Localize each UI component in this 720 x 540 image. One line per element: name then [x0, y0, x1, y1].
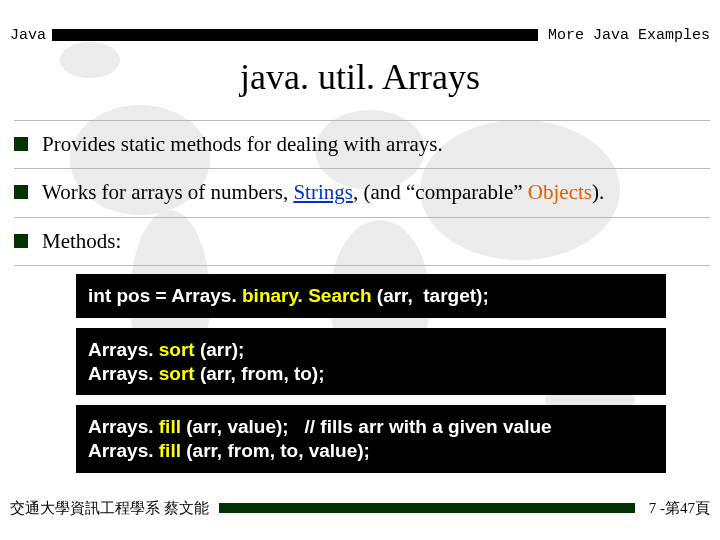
footer-left: 交通大學資訊工程學系 蔡文能 — [10, 499, 219, 518]
bullet-row: Methods: — [14, 218, 710, 266]
code-block: Arrays. sort (arr);Arrays. sort (arr, fr… — [76, 328, 666, 396]
code-block: int pos = Arrays. binary. Search (arr, t… — [76, 274, 666, 318]
bullet-list: Provides static methods for dealing with… — [14, 120, 710, 266]
footer-right: 7 -第47頁 — [635, 499, 710, 518]
bullet-marker — [14, 137, 28, 151]
header-right: More Java Examples — [538, 27, 710, 44]
slide-title: java. util. Arrays — [0, 56, 720, 98]
header-bar: Java More Java Examples — [10, 28, 710, 42]
code-area: int pos = Arrays. binary. Search (arr, t… — [76, 274, 666, 483]
bullet-text: Provides static methods for dealing with… — [42, 131, 443, 158]
bullet-row: Works for arrays of numbers, Strings, (a… — [14, 169, 710, 217]
header-left: Java — [10, 27, 52, 44]
code-block: Arrays. fill (arr, value); // fills arr … — [76, 405, 666, 473]
bullet-text: Works for arrays of numbers, Strings, (a… — [42, 179, 604, 206]
footer-bar: 交通大學資訊工程學系 蔡文能 7 -第47頁 — [10, 500, 710, 516]
header-rule — [52, 29, 538, 41]
footer-rule — [219, 503, 635, 513]
bullet-marker — [14, 185, 28, 199]
bullet-row: Provides static methods for dealing with… — [14, 120, 710, 169]
bullet-text: Methods: — [42, 228, 121, 255]
bullet-marker — [14, 234, 28, 248]
